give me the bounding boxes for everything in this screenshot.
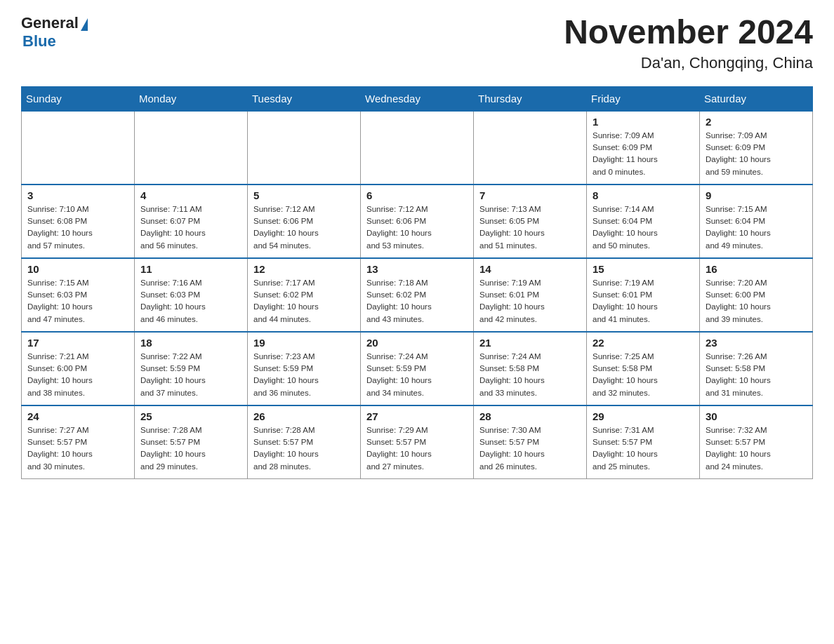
day-info: Sunrise: 7:29 AMSunset: 5:57 PMDaylight:…: [366, 424, 468, 473]
calendar-cell: 9Sunrise: 7:15 AMSunset: 6:04 PMDaylight…: [700, 185, 813, 258]
calendar-table: SundayMondayTuesdayWednesdayThursdayFrid…: [21, 86, 813, 479]
calendar-cell: [248, 111, 361, 185]
day-number: 21: [479, 337, 581, 349]
day-number: 1: [593, 116, 694, 128]
day-number: 23: [706, 337, 807, 349]
week-row-1: 1Sunrise: 7:09 AMSunset: 6:09 PMDaylight…: [22, 111, 813, 185]
weekday-header-monday: Monday: [135, 86, 248, 111]
day-number: 30: [706, 410, 807, 422]
day-info: Sunrise: 7:31 AMSunset: 5:57 PMDaylight:…: [593, 424, 694, 473]
day-info: Sunrise: 7:15 AMSunset: 6:04 PMDaylight:…: [706, 203, 807, 252]
day-info: Sunrise: 7:28 AMSunset: 5:57 PMDaylight:…: [140, 424, 241, 473]
day-number: 6: [366, 189, 468, 201]
day-info: Sunrise: 7:26 AMSunset: 5:58 PMDaylight:…: [706, 351, 807, 399]
calendar-cell: 29Sunrise: 7:31 AMSunset: 5:57 PMDayligh…: [587, 405, 700, 479]
day-info: Sunrise: 7:25 AMSunset: 5:58 PMDaylight:…: [593, 351, 694, 399]
day-number: 14: [479, 263, 581, 275]
calendar-cell: 30Sunrise: 7:32 AMSunset: 5:57 PMDayligh…: [700, 405, 813, 479]
day-info: Sunrise: 7:12 AMSunset: 6:06 PMDaylight:…: [366, 203, 468, 252]
week-row-2: 3Sunrise: 7:10 AMSunset: 6:08 PMDaylight…: [22, 185, 813, 258]
weekday-header-thursday: Thursday: [474, 86, 587, 111]
day-number: 15: [593, 263, 694, 275]
calendar-cell: 17Sunrise: 7:21 AMSunset: 6:00 PMDayligh…: [22, 332, 135, 405]
logo: General Blue: [21, 14, 88, 51]
calendar-cell: 12Sunrise: 7:17 AMSunset: 6:02 PMDayligh…: [248, 258, 361, 332]
day-info: Sunrise: 7:18 AMSunset: 6:02 PMDaylight:…: [366, 277, 468, 326]
calendar-cell: 18Sunrise: 7:22 AMSunset: 5:59 PMDayligh…: [135, 332, 248, 405]
day-number: 20: [366, 337, 468, 349]
weekday-header-saturday: Saturday: [700, 86, 813, 111]
day-number: 9: [706, 189, 807, 201]
day-number: 28: [479, 410, 581, 422]
calendar-cell: 7Sunrise: 7:13 AMSunset: 6:05 PMDaylight…: [474, 185, 587, 258]
calendar-cell: 26Sunrise: 7:28 AMSunset: 5:57 PMDayligh…: [248, 405, 361, 479]
day-info: Sunrise: 7:16 AMSunset: 6:03 PMDaylight:…: [140, 277, 241, 326]
title-area: November 2024 Da'an, Chongqing, China: [564, 14, 813, 72]
calendar-cell: 5Sunrise: 7:12 AMSunset: 6:06 PMDaylight…: [248, 185, 361, 258]
calendar-cell: 27Sunrise: 7:29 AMSunset: 5:57 PMDayligh…: [361, 405, 474, 479]
day-number: 27: [366, 410, 468, 422]
location-text: Da'an, Chongqing, China: [564, 54, 813, 72]
calendar-cell: 19Sunrise: 7:23 AMSunset: 5:59 PMDayligh…: [248, 332, 361, 405]
day-number: 2: [706, 116, 807, 128]
day-number: 3: [27, 189, 128, 201]
day-info: Sunrise: 7:24 AMSunset: 5:58 PMDaylight:…: [479, 351, 581, 399]
month-title: November 2024: [564, 14, 813, 51]
calendar-cell: 22Sunrise: 7:25 AMSunset: 5:58 PMDayligh…: [587, 332, 700, 405]
day-number: 8: [593, 189, 694, 201]
day-number: 17: [27, 337, 128, 349]
calendar-cell: 14Sunrise: 7:19 AMSunset: 6:01 PMDayligh…: [474, 258, 587, 332]
weekday-header-friday: Friday: [587, 86, 700, 111]
calendar-cell: 15Sunrise: 7:19 AMSunset: 6:01 PMDayligh…: [587, 258, 700, 332]
day-info: Sunrise: 7:12 AMSunset: 6:06 PMDaylight:…: [253, 203, 355, 252]
calendar-cell: 11Sunrise: 7:16 AMSunset: 6:03 PMDayligh…: [135, 258, 248, 332]
calendar-cell: 6Sunrise: 7:12 AMSunset: 6:06 PMDaylight…: [361, 185, 474, 258]
day-info: Sunrise: 7:23 AMSunset: 5:59 PMDaylight:…: [253, 351, 355, 399]
day-info: Sunrise: 7:19 AMSunset: 6:01 PMDaylight:…: [479, 277, 581, 326]
day-info: Sunrise: 7:09 AMSunset: 6:09 PMDaylight:…: [593, 130, 694, 178]
day-number: 12: [253, 263, 355, 275]
day-number: 5: [253, 189, 355, 201]
calendar-cell: 16Sunrise: 7:20 AMSunset: 6:00 PMDayligh…: [700, 258, 813, 332]
day-number: 13: [366, 263, 468, 275]
day-number: 24: [27, 410, 128, 422]
day-info: Sunrise: 7:09 AMSunset: 6:09 PMDaylight:…: [706, 130, 807, 178]
logo-triangle-icon: [81, 18, 88, 31]
weekday-header-sunday: Sunday: [22, 86, 135, 111]
day-number: 19: [253, 337, 355, 349]
weekday-header-tuesday: Tuesday: [248, 86, 361, 111]
day-info: Sunrise: 7:28 AMSunset: 5:57 PMDaylight:…: [253, 424, 355, 473]
calendar-cell: 28Sunrise: 7:30 AMSunset: 5:57 PMDayligh…: [474, 405, 587, 479]
day-number: 10: [27, 263, 128, 275]
calendar-cell: 20Sunrise: 7:24 AMSunset: 5:59 PMDayligh…: [361, 332, 474, 405]
week-row-5: 24Sunrise: 7:27 AMSunset: 5:57 PMDayligh…: [22, 405, 813, 479]
day-info: Sunrise: 7:10 AMSunset: 6:08 PMDaylight:…: [27, 203, 128, 252]
calendar-cell: [474, 111, 587, 185]
day-info: Sunrise: 7:24 AMSunset: 5:59 PMDaylight:…: [366, 351, 468, 399]
day-number: 4: [140, 189, 241, 201]
week-row-3: 10Sunrise: 7:15 AMSunset: 6:03 PMDayligh…: [22, 258, 813, 332]
day-info: Sunrise: 7:11 AMSunset: 6:07 PMDaylight:…: [140, 203, 241, 252]
weekday-header-row: SundayMondayTuesdayWednesdayThursdayFrid…: [22, 86, 813, 111]
calendar-cell: 1Sunrise: 7:09 AMSunset: 6:09 PMDaylight…: [587, 111, 700, 185]
day-number: 29: [593, 410, 694, 422]
calendar-cell: 8Sunrise: 7:14 AMSunset: 6:04 PMDaylight…: [587, 185, 700, 258]
day-number: 22: [593, 337, 694, 349]
calendar-cell: 21Sunrise: 7:24 AMSunset: 5:58 PMDayligh…: [474, 332, 587, 405]
calendar-cell: [22, 111, 135, 185]
calendar-cell: 13Sunrise: 7:18 AMSunset: 6:02 PMDayligh…: [361, 258, 474, 332]
day-number: 11: [140, 263, 241, 275]
day-info: Sunrise: 7:27 AMSunset: 5:57 PMDaylight:…: [27, 424, 128, 473]
day-info: Sunrise: 7:32 AMSunset: 5:57 PMDaylight:…: [706, 424, 807, 473]
day-info: Sunrise: 7:15 AMSunset: 6:03 PMDaylight:…: [27, 277, 128, 326]
calendar-cell: [361, 111, 474, 185]
day-number: 26: [253, 410, 355, 422]
logo-blue-text: Blue: [22, 32, 56, 51]
calendar-cell: 3Sunrise: 7:10 AMSunset: 6:08 PMDaylight…: [22, 185, 135, 258]
day-info: Sunrise: 7:13 AMSunset: 6:05 PMDaylight:…: [479, 203, 581, 252]
week-row-4: 17Sunrise: 7:21 AMSunset: 6:00 PMDayligh…: [22, 332, 813, 405]
logo-general-text: General: [21, 14, 79, 32]
day-info: Sunrise: 7:21 AMSunset: 6:00 PMDaylight:…: [27, 351, 128, 399]
day-number: 7: [479, 189, 581, 201]
day-number: 25: [140, 410, 241, 422]
